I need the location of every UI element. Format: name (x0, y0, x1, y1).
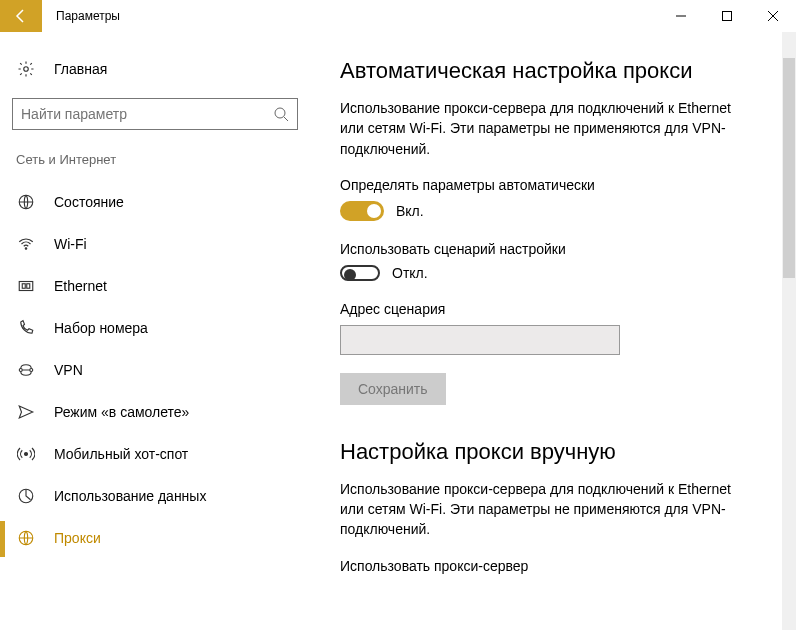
arrow-left-icon (13, 8, 29, 24)
sidebar-item-dialup[interactable]: Набор номера (0, 307, 310, 349)
sidebar-item-label: Использование данных (54, 488, 206, 504)
wifi-icon (16, 235, 36, 253)
sidebar-item-label: VPN (54, 362, 83, 378)
auto-proxy-heading: Автоматическая настройка прокси (340, 58, 776, 84)
airplane-icon (16, 403, 36, 421)
sidebar-category: Сеть и Интернет (0, 148, 310, 175)
auto-detect-toggle[interactable] (340, 201, 384, 221)
sidebar-item-datausage[interactable]: Использование данных (0, 475, 310, 517)
globe-icon (16, 529, 36, 547)
window-controls (658, 0, 796, 32)
sidebar-item-label: Состояние (54, 194, 124, 210)
use-script-state: Откл. (392, 265, 428, 281)
gear-icon (16, 60, 36, 78)
globe-icon (16, 193, 36, 211)
sidebar-item-label: Прокси (54, 530, 101, 546)
sidebar-item-status[interactable]: Состояние (0, 181, 310, 223)
script-address-input[interactable] (340, 325, 620, 355)
phone-icon (16, 319, 36, 337)
minimize-icon (676, 11, 686, 21)
sidebar-item-airplane[interactable]: Режим «в самолете» (0, 391, 310, 433)
maximize-button[interactable] (704, 0, 750, 32)
svg-point-12 (19, 369, 22, 372)
use-script-toggle[interactable] (340, 265, 380, 281)
svg-point-8 (25, 248, 27, 250)
svg-point-13 (30, 369, 33, 372)
vpn-icon (16, 361, 36, 379)
search-box[interactable] (12, 98, 298, 130)
ethernet-icon (16, 277, 36, 295)
data-usage-icon (16, 487, 36, 505)
sidebar-item-wifi[interactable]: Wi-Fi (0, 223, 310, 265)
sidebar-item-ethernet[interactable]: Ethernet (0, 265, 310, 307)
search-input[interactable] (21, 106, 273, 122)
content-area: Автоматическая настройка прокси Использо… (310, 32, 796, 630)
svg-rect-1 (723, 12, 732, 21)
sidebar-item-label: Мобильный хот-спот (54, 446, 188, 462)
sidebar-item-label: Ethernet (54, 278, 107, 294)
sidebar-nav: Состояние Wi-Fi Ethernet Набор номера VP… (0, 181, 310, 559)
sidebar-item-label: Wi-Fi (54, 236, 87, 252)
back-button[interactable] (0, 0, 42, 32)
sidebar-home[interactable]: Главная (0, 54, 310, 88)
auto-proxy-description: Использование прокси-сервера для подключ… (340, 98, 750, 159)
use-script-label: Использовать сценарий настройки (340, 241, 776, 257)
sidebar-item-hotspot[interactable]: Мобильный хот-спот (0, 433, 310, 475)
hotspot-icon (16, 445, 36, 463)
sidebar-item-label: Набор номера (54, 320, 148, 336)
scrollbar-thumb[interactable] (783, 58, 795, 278)
titlebar: Параметры (0, 0, 796, 32)
auto-detect-label: Определять параметры автоматически (340, 177, 776, 193)
manual-proxy-description: Использование прокси-сервера для подключ… (340, 479, 750, 540)
minimize-button[interactable] (658, 0, 704, 32)
svg-point-14 (25, 453, 28, 456)
save-button[interactable]: Сохранить (340, 373, 446, 405)
sidebar-home-label: Главная (54, 61, 107, 77)
sidebar-item-proxy[interactable]: Прокси (0, 517, 310, 559)
svg-rect-11 (27, 284, 30, 289)
close-button[interactable] (750, 0, 796, 32)
auto-detect-state: Вкл. (396, 203, 424, 219)
manual-proxy-heading: Настройка прокси вручную (340, 439, 776, 465)
svg-point-4 (24, 67, 29, 72)
svg-rect-10 (22, 284, 25, 289)
sidebar-item-label: Режим «в самолете» (54, 404, 189, 420)
close-icon (768, 11, 778, 21)
script-address-label: Адрес сценария (340, 301, 776, 317)
use-proxy-label: Использовать прокси-сервер (340, 558, 776, 574)
sidebar: Главная Сеть и Интернет Состояние Wi-Fi … (0, 32, 310, 630)
sidebar-item-vpn[interactable]: VPN (0, 349, 310, 391)
selection-indicator (0, 521, 5, 557)
svg-rect-9 (19, 282, 33, 291)
search-icon (273, 106, 289, 122)
maximize-icon (722, 11, 732, 21)
scrollbar[interactable] (782, 32, 796, 630)
window-title: Параметры (56, 9, 120, 23)
svg-line-6 (284, 117, 288, 121)
svg-point-5 (275, 108, 285, 118)
